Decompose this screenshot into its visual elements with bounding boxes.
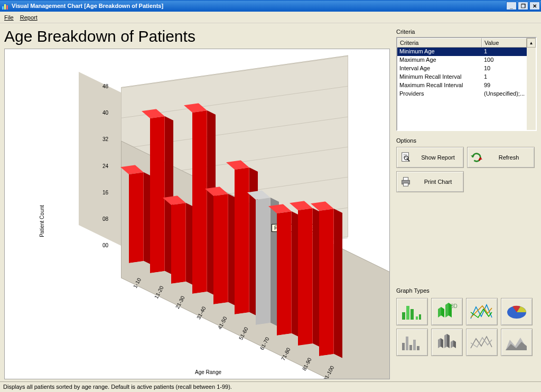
criteria-table[interactable]: Criteria Value ▲ Minimum Age1Maximum Age… [396, 37, 537, 131]
svg-rect-9 [403, 183, 408, 186]
svg-rect-8 [403, 178, 408, 181]
criteria-cell-label: Providers [397, 90, 482, 98]
refresh-icon [471, 152, 482, 163]
bar-2d-icon [400, 302, 424, 322]
restore-button[interactable]: ❐ [518, 2, 528, 10]
refresh-button[interactable]: Refresh [467, 147, 535, 168]
criteria-cell-label: Minimum Recall Interval [397, 73, 482, 81]
minimize-button[interactable]: _ [506, 2, 517, 10]
window-titlebar: Visual Management Chart [Age Breakdown o… [0, 0, 541, 12]
graph-type-bar-3d-gray[interactable] [431, 329, 463, 356]
print-chart-button[interactable]: Print Chart [396, 171, 464, 192]
printer-icon [400, 176, 412, 188]
svg-marker-17 [445, 303, 449, 318]
y-tick-label: 48 [94, 83, 108, 89]
svg-rect-11 [406, 306, 409, 320]
x-axis-label: Age Range [195, 369, 221, 375]
bar-3d-icon: 3D [435, 302, 459, 322]
svg-marker-16 [441, 307, 444, 318]
svg-rect-13 [416, 316, 418, 320]
statusbar-text: Displays all patients sorted by age rang… [3, 384, 232, 390]
svg-rect-22 [406, 337, 408, 350]
y-axis-label: Patient Count [39, 205, 45, 237]
criteria-row[interactable]: Minimum Age1 [397, 48, 536, 56]
chart-area: Patient Count Age Range 000816243240481-… [4, 49, 390, 379]
svg-marker-29 [447, 334, 450, 348]
window-title: Visual Management Chart [Age Breakdown o… [12, 3, 163, 9]
pie-chart-icon [505, 302, 529, 322]
criteria-row[interactable]: Maximum Age100 [397, 56, 536, 64]
refresh-label: Refresh [487, 154, 531, 161]
show-report-label: Show Report [416, 154, 460, 161]
graph-type-line-gray[interactable] [466, 329, 498, 356]
criteria-header-value[interactable]: Value [482, 38, 527, 48]
y-tick-label: 40 [94, 110, 108, 116]
svg-rect-10 [402, 312, 405, 320]
criteria-row[interactable]: Minimum Recall Interval1 [397, 73, 536, 81]
criteria-row[interactable]: Interval Age10 [397, 64, 536, 73]
close-button[interactable]: ✕ [529, 2, 540, 10]
graph-types-label: Graph Types [396, 287, 537, 294]
area-gray-icon [505, 332, 529, 352]
criteria-header-criteria[interactable]: Criteria [397, 38, 482, 48]
svg-rect-25 [417, 346, 419, 350]
criteria-label: Criteria [396, 29, 537, 35]
criteria-row[interactable]: Providers(Unspecified);... [397, 90, 536, 98]
graph-type-pie[interactable] [501, 298, 533, 325]
svg-rect-14 [419, 314, 421, 320]
report-icon [400, 152, 412, 163]
line-gray-icon [470, 332, 494, 352]
svg-marker-15 [438, 307, 441, 318]
svg-marker-30 [451, 340, 453, 348]
svg-marker-6 [479, 157, 482, 160]
svg-rect-24 [413, 340, 416, 350]
page-title: Age Breakdown of Patients [4, 27, 390, 45]
menu-file[interactable]: File [4, 14, 14, 21]
graph-type-line[interactable] [466, 298, 498, 325]
menubar: File Report [0, 12, 541, 23]
graph-type-bar-3d[interactable]: 3D [431, 298, 463, 325]
options-label: Options [396, 137, 537, 144]
graph-type-bar-2d-gray[interactable] [396, 329, 428, 356]
svg-rect-12 [411, 309, 414, 320]
svg-marker-5 [471, 155, 474, 157]
statusbar: Displays all patients sorted by age rang… [0, 381, 541, 392]
criteria-cell-label: Maximum Recall Interval [397, 81, 482, 90]
bar-2d-gray-icon [400, 332, 424, 352]
bar-3d-gray-icon [435, 332, 459, 352]
y-tick-label: 08 [94, 216, 108, 222]
show-report-button[interactable]: Show Report [396, 147, 464, 168]
svg-text:3D: 3D [451, 303, 458, 309]
svg-rect-23 [409, 345, 412, 350]
criteria-scrollbar[interactable] [527, 48, 536, 130]
y-tick-label: 24 [94, 163, 108, 169]
print-chart-label: Print Chart [416, 179, 460, 185]
svg-rect-21 [402, 343, 405, 350]
criteria-row[interactable]: Maximum Recall Interval99 [397, 81, 536, 90]
graph-type-bar-2d[interactable] [396, 298, 428, 325]
criteria-cell-label: Interval Age [397, 64, 482, 73]
app-icon [2, 2, 10, 10]
svg-marker-27 [441, 338, 443, 348]
y-tick-label: 32 [94, 136, 108, 142]
scroll-up-icon[interactable]: ▲ [527, 38, 536, 48]
svg-marker-26 [438, 338, 441, 348]
criteria-cell-label: Maximum Age [397, 56, 482, 64]
y-tick-label: 16 [94, 190, 108, 195]
y-tick-label: 00 [94, 242, 108, 248]
graph-type-area-gray[interactable] [501, 329, 533, 356]
line-chart-icon [470, 302, 494, 322]
menu-report[interactable]: Report [20, 14, 38, 21]
svg-marker-28 [444, 334, 447, 348]
criteria-cell-label: Minimum Age [397, 48, 482, 56]
svg-marker-31 [453, 340, 456, 348]
